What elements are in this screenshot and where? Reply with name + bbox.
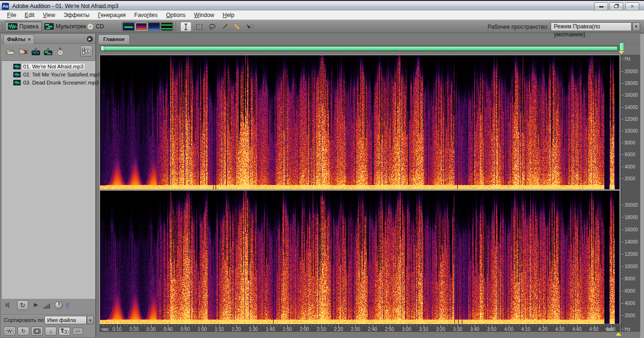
- marquee-selection-tool[interactable]: [193, 22, 205, 32]
- menu-item[interactable]: Window: [190, 10, 218, 20]
- time-tick: [393, 325, 393, 326]
- close-button[interactable]: ×: [625, 2, 639, 10]
- time-tick-label: 0:30: [147, 327, 156, 332]
- filter-visibility-button[interactable]: [59, 327, 70, 336]
- freq-tick: [621, 303, 623, 304]
- cd-label: CD: [96, 23, 104, 30]
- workspace-select-arrow[interactable]: ▼: [632, 22, 640, 31]
- freq-minor-tick: [621, 309, 622, 310]
- menu-item[interactable]: Favorites: [130, 10, 162, 20]
- preview-play-button[interactable]: ▶: [34, 302, 38, 308]
- menu-item[interactable]: File: [3, 10, 20, 20]
- ruler-marker-top[interactable]: [619, 51, 624, 54]
- import-file-button[interactable]: [5, 46, 16, 57]
- insert-into-cd-list-button[interactable]: [55, 46, 66, 57]
- spectral-frequency-view-button[interactable]: [135, 23, 147, 31]
- time-tick-label: 0:50: [181, 327, 190, 332]
- loop-playback-button[interactable]: ↻: [17, 300, 28, 310]
- show-midi-files-button[interactable]: ♪: [45, 327, 57, 336]
- file-list-item[interactable]: 01. We're Not Afraid.mp3: [2, 62, 95, 70]
- time-tick: [403, 325, 404, 326]
- menu-item[interactable]: Edit: [20, 10, 39, 20]
- spectrogram-right-channel[interactable]: [100, 191, 619, 324]
- auto-play-icon[interactable]: [5, 302, 12, 308]
- time-tick-label: 3:20: [436, 327, 445, 332]
- time-tick: [386, 325, 386, 326]
- time-tick: [127, 325, 128, 326]
- horizontal-scrollbar[interactable]: [100, 45, 619, 51]
- workspace-select[interactable]: Режим Правка(по умолчанию): [551, 22, 632, 31]
- time-selection-tool[interactable]: [180, 22, 192, 32]
- show-audio-files-button[interactable]: [4, 327, 16, 336]
- horizontal-scrollbar-thumb[interactable]: [101, 46, 618, 51]
- freq-tick-label: 20000: [625, 69, 638, 74]
- insert-into-session-button[interactable]: [42, 46, 54, 57]
- spectrogram-left-channel[interactable]: [100, 55, 619, 189]
- time-tick: [591, 325, 591, 326]
- time-tick: [553, 325, 553, 326]
- freq-tick-label: 18000: [625, 81, 638, 86]
- frequency-ruler[interactable]: Hz20000180001600014000120001000080006000…: [621, 55, 640, 332]
- scrub-tool[interactable]: [243, 22, 255, 32]
- lasso-selection-tool[interactable]: [207, 22, 218, 32]
- time-tick: [318, 325, 318, 326]
- time-ruler[interactable]: 0:100:200:300:400:501:001:101:201:301:40…: [100, 324, 620, 332]
- time-tick: [618, 325, 618, 326]
- menu-item[interactable]: Генерация: [93, 10, 130, 20]
- menu-item[interactable]: Options: [162, 10, 190, 20]
- tab-close-icon[interactable]: ×: [28, 36, 31, 42]
- time-tick: [427, 325, 427, 326]
- menu-item[interactable]: View: [39, 10, 59, 20]
- sort-by-select[interactable]: Имя файла: [44, 316, 87, 324]
- sort-select-arrow[interactable]: ▼: [87, 316, 94, 324]
- preview-volume-knob[interactable]: [55, 301, 63, 309]
- show-video-files-button[interactable]: [31, 327, 43, 336]
- restore-button[interactable]: [609, 2, 623, 10]
- multitrack-button[interactable]: Мультитрек: [42, 21, 89, 32]
- waveform-view-button[interactable]: [123, 23, 134, 31]
- file-list-item[interactable]: 02. Tell Me You're Satisfied.mp3: [2, 70, 95, 78]
- insert-cd-icon: [57, 47, 64, 56]
- waveform-icon: [8, 23, 17, 30]
- main-tab[interactable]: Главное: [98, 34, 130, 44]
- time-tick: [451, 325, 452, 326]
- freq-tick-label: 12000: [625, 117, 638, 122]
- time-tick: [264, 325, 264, 326]
- effects-paintbrush-tool[interactable]: [219, 22, 230, 32]
- spot-healing-brush-tool[interactable]: [231, 22, 243, 32]
- cd-view-button[interactable]: CD: [84, 21, 107, 32]
- insert-into-multitrack-button[interactable]: [30, 46, 42, 57]
- close-file-button[interactable]: [18, 46, 29, 57]
- menu-item[interactable]: Эффекты: [59, 10, 94, 20]
- horizontal-scrollbar-cap[interactable]: [101, 46, 104, 51]
- time-tick: [131, 325, 131, 326]
- spectral-phase-view-button[interactable]: [161, 23, 173, 31]
- time-tick: [267, 325, 268, 326]
- scrub-icon: [245, 24, 253, 30]
- main-tab-label: Главное: [103, 36, 125, 42]
- options-eye-icon: [82, 48, 91, 54]
- preview-volume-value[interactable]: 0: [66, 302, 69, 308]
- menu-item[interactable]: Help: [218, 10, 239, 20]
- time-tick-label: 2:50: [385, 327, 394, 332]
- show-loop-files-button[interactable]: ↻: [17, 327, 29, 336]
- brush-icon: [221, 23, 228, 30]
- window-title: Adobe Audition - 01. We're Not Afraid.mp…: [12, 3, 118, 9]
- time-tick: [512, 325, 513, 326]
- minimize-button[interactable]: [594, 2, 608, 10]
- title-bar[interactable]: Au Adobe Audition - 01. We're Not Afraid…: [0, 0, 644, 10]
- ruler-marker-bottom[interactable]: [616, 332, 621, 336]
- spectral-display: [100, 55, 620, 324]
- show-options-toggle[interactable]: [80, 45, 92, 57]
- volume-bars-icon[interactable]: [43, 304, 50, 309]
- show-full-path-button[interactable]: c:\: [73, 328, 83, 335]
- files-tab[interactable]: Файлы×: [3, 34, 34, 44]
- file-list-item[interactable]: 03. Dead Drunk Screamin'.mp3: [2, 78, 95, 86]
- vertical-zoom-bar[interactable]: [619, 42, 624, 51]
- spectral-pan-view-button[interactable]: [148, 23, 160, 31]
- time-tick-label: 1:30: [249, 327, 258, 332]
- edit-view-button[interactable]: Правка: [5, 21, 42, 32]
- time-tick: [536, 325, 536, 326]
- panel-menu-button[interactable]: ▶: [87, 36, 93, 42]
- freq-minor-tick: [621, 149, 622, 149]
